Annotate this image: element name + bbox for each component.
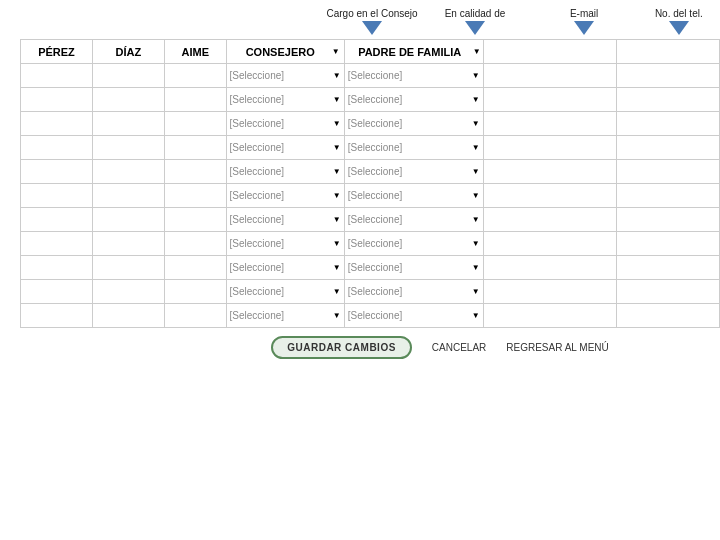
cell-aime-10[interactable] (164, 256, 226, 280)
cell-email-7[interactable] (483, 184, 617, 208)
cargo-header-col: Cargo en el Consejo (325, 8, 420, 35)
cell-first-name-10[interactable] (92, 256, 164, 280)
tel-header-col: No. del tel. (638, 8, 720, 35)
cell-last-name-11[interactable] (21, 280, 93, 304)
calidad-arrow-12: ▼ (472, 311, 480, 320)
cell-first-name-7[interactable] (92, 184, 164, 208)
email-arrow-icon (574, 21, 594, 35)
cell-last-name-5[interactable] (21, 136, 93, 160)
cell-first-name-2[interactable] (92, 64, 164, 88)
cell-calidad-6[interactable]: [Seleccione] ▼ (344, 160, 483, 184)
cell-cargo-6[interactable]: [Seleccione] ▼ (226, 160, 344, 184)
table-row-12: [Seleccione] ▼ [Seleccione] ▼ (21, 304, 720, 328)
cell-email-10[interactable] (483, 256, 617, 280)
cell-cargo-7[interactable]: [Seleccione] ▼ (226, 184, 344, 208)
cell-last-name-9[interactable] (21, 232, 93, 256)
tel-input-1[interactable] (621, 47, 715, 58)
cell-email-1[interactable] (483, 40, 617, 64)
cell-email-2[interactable] (483, 64, 617, 88)
cell-aime-6[interactable] (164, 160, 226, 184)
cell-calidad-4[interactable]: [Seleccione] ▼ (344, 112, 483, 136)
cell-tel-10[interactable] (617, 256, 720, 280)
cell-email-3[interactable] (483, 88, 617, 112)
cell-calidad-9[interactable]: [Seleccione] ▼ (344, 232, 483, 256)
cargo-arrow-2: ▼ (333, 71, 341, 80)
cell-cargo-12[interactable]: [Seleccione] ▼ (226, 304, 344, 328)
cell-calidad-10[interactable]: [Seleccione] ▼ (344, 256, 483, 280)
cell-first-name-8[interactable] (92, 208, 164, 232)
cell-calidad-12[interactable]: [Seleccione] ▼ (344, 304, 483, 328)
cell-last-name-6[interactable] (21, 160, 93, 184)
email-input-1[interactable] (488, 47, 613, 58)
cell-email-9[interactable] (483, 232, 617, 256)
guardar-button[interactable]: GUARDAR CAMBIOS (271, 336, 412, 359)
cell-aime-4[interactable] (164, 112, 226, 136)
cell-first-name-12[interactable] (92, 304, 164, 328)
cell-tel-5[interactable] (617, 136, 720, 160)
cell-aime-11[interactable] (164, 280, 226, 304)
cell-tel-3[interactable] (617, 88, 720, 112)
lastname-input-2[interactable] (25, 71, 88, 82)
cell-calidad-1[interactable]: PADRE DE FAMILIA ▼ (344, 40, 483, 64)
regresar-button[interactable]: REGRESAR AL MENÚ (506, 342, 608, 353)
cell-last-name-7[interactable] (21, 184, 93, 208)
cell-first-name-1: DÍAZ (92, 40, 164, 64)
cell-cargo-1[interactable]: CONSEJERO ▼ (226, 40, 344, 64)
cell-email-4[interactable] (483, 112, 617, 136)
cell-calidad-2[interactable]: [Seleccione] ▼ (344, 64, 483, 88)
cell-email-6[interactable] (483, 160, 617, 184)
firstname-input-2[interactable] (97, 71, 160, 82)
cell-tel-2[interactable] (617, 64, 720, 88)
table-row-6: [Seleccione] ▼ [Seleccione] ▼ (21, 160, 720, 184)
cell-calidad-7[interactable]: [Seleccione] ▼ (344, 184, 483, 208)
cell-calidad-5[interactable]: [Seleccione] ▼ (344, 136, 483, 160)
cell-cargo-11[interactable]: [Seleccione] ▼ (226, 280, 344, 304)
cell-tel-8[interactable] (617, 208, 720, 232)
cell-last-name-10[interactable] (21, 256, 93, 280)
cell-cargo-10[interactable]: [Seleccione] ▼ (226, 256, 344, 280)
cargo-select-placeholder-9: [Seleccione] (230, 238, 284, 249)
cell-calidad-11[interactable]: [Seleccione] ▼ (344, 280, 483, 304)
cell-tel-1[interactable] (617, 40, 720, 64)
cancelar-button[interactable]: CANCELAR (432, 342, 486, 353)
cell-cargo-4[interactable]: [Seleccione] ▼ (226, 112, 344, 136)
cell-tel-9[interactable] (617, 232, 720, 256)
cell-tel-7[interactable] (617, 184, 720, 208)
cell-aime-12[interactable] (164, 304, 226, 328)
cell-calidad-8[interactable]: [Seleccione] ▼ (344, 208, 483, 232)
cell-aime-8[interactable] (164, 208, 226, 232)
cell-aime-7[interactable] (164, 184, 226, 208)
cell-email-12[interactable] (483, 304, 617, 328)
calidad-arrow-icon (465, 21, 485, 35)
cell-email-8[interactable] (483, 208, 617, 232)
cell-cargo-8[interactable]: [Seleccione] ▼ (226, 208, 344, 232)
cell-last-name-8[interactable] (21, 208, 93, 232)
cell-first-name-3[interactable] (92, 88, 164, 112)
cell-first-name-4[interactable] (92, 112, 164, 136)
aime-input-2[interactable] (169, 71, 222, 82)
cell-email-5[interactable] (483, 136, 617, 160)
cell-cargo-3[interactable]: [Seleccione] ▼ (226, 88, 344, 112)
cell-tel-6[interactable] (617, 160, 720, 184)
cell-last-name-12[interactable] (21, 304, 93, 328)
cell-cargo-2[interactable]: [Seleccione] ▼ (226, 64, 344, 88)
cell-email-11[interactable] (483, 280, 617, 304)
cell-tel-11[interactable] (617, 280, 720, 304)
cell-calidad-3[interactable]: [Seleccione] ▼ (344, 88, 483, 112)
table-row-10: [Seleccione] ▼ [Seleccione] ▼ (21, 256, 720, 280)
cell-first-name-11[interactable] (92, 280, 164, 304)
cell-aime-9[interactable] (164, 232, 226, 256)
cell-first-name-9[interactable] (92, 232, 164, 256)
cell-cargo-5[interactable]: [Seleccione] ▼ (226, 136, 344, 160)
cell-aime-5[interactable] (164, 136, 226, 160)
cell-aime-2[interactable] (164, 64, 226, 88)
cell-last-name-2[interactable] (21, 64, 93, 88)
cell-last-name-3[interactable] (21, 88, 93, 112)
cell-last-name-4[interactable] (21, 112, 93, 136)
cell-first-name-5[interactable] (92, 136, 164, 160)
cell-tel-4[interactable] (617, 112, 720, 136)
cell-aime-3[interactable] (164, 88, 226, 112)
cell-first-name-6[interactable] (92, 160, 164, 184)
cell-cargo-9[interactable]: [Seleccione] ▼ (226, 232, 344, 256)
cell-tel-12[interactable] (617, 304, 720, 328)
